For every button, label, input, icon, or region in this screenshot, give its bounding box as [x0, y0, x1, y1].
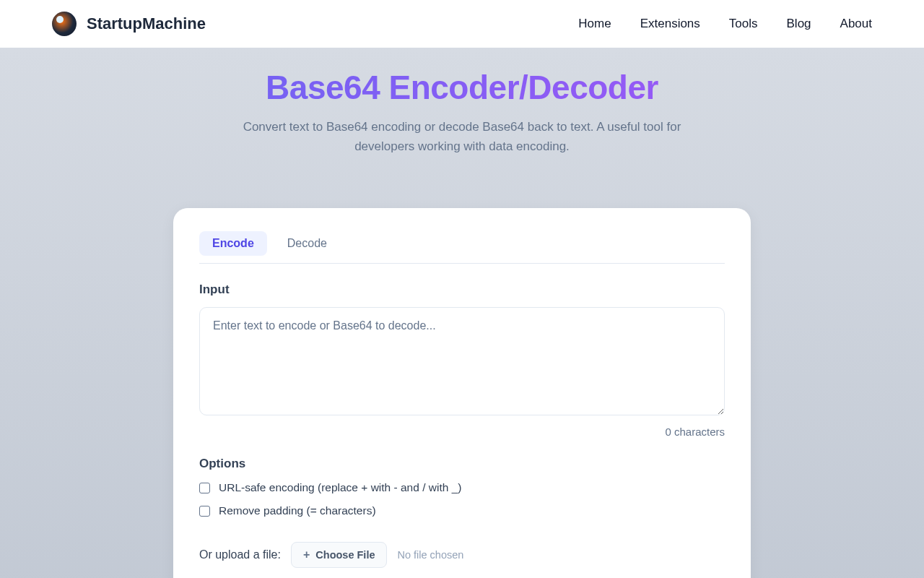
options-label: Options — [199, 457, 725, 471]
nav-tools[interactable]: Tools — [729, 17, 758, 31]
upload-label: Or upload a file: — [199, 548, 281, 561]
checkbox-url-safe[interactable] — [199, 483, 210, 493]
choose-file-button[interactable]: + Choose File — [291, 542, 388, 568]
tab-encode[interactable]: Encode — [199, 231, 267, 256]
option-remove-padding-row: Remove padding (= characters) — [199, 504, 725, 517]
primary-nav: Home Extensions Tools Blog About — [578, 17, 872, 31]
logo-icon — [52, 12, 77, 36]
checkbox-remove-padding[interactable] — [199, 506, 210, 517]
header: StartupMachine Home Extensions Tools Blo… — [0, 0, 924, 48]
no-file-text: No file chosen — [397, 549, 463, 561]
choose-file-label: Choose File — [315, 549, 375, 561]
tab-decode[interactable]: Decode — [274, 231, 340, 256]
plus-icon: + — [303, 549, 310, 561]
page-title: Base64 Encoder/Decoder — [14, 68, 910, 107]
upload-row: Or upload a file: + Choose File No file … — [199, 542, 725, 568]
option-url-safe-label: URL-safe encoding (replace + with - and … — [219, 481, 461, 494]
option-url-safe-row: URL-safe encoding (replace + with - and … — [199, 481, 725, 494]
brand-name: StartupMachine — [87, 14, 206, 33]
tool-card: Encode Decode Input 0 characters Options… — [173, 208, 751, 578]
page-subtitle: Convert text to Base64 encoding or decod… — [238, 117, 686, 156]
nav-blog[interactable]: Blog — [787, 17, 811, 31]
option-remove-padding-label: Remove padding (= characters) — [219, 504, 376, 517]
nav-home[interactable]: Home — [578, 17, 611, 31]
nav-extensions[interactable]: Extensions — [640, 17, 700, 31]
brand[interactable]: StartupMachine — [52, 12, 206, 36]
hero: Base64 Encoder/Decoder Convert text to B… — [0, 48, 924, 156]
nav-about[interactable]: About — [840, 17, 872, 31]
options-block: Options URL-safe encoding (replace + wit… — [199, 457, 725, 517]
input-label: Input — [199, 282, 725, 297]
char-count: 0 characters — [199, 426, 725, 438]
mode-tabs: Encode Decode — [199, 231, 725, 264]
input-textarea[interactable] — [199, 307, 725, 415]
